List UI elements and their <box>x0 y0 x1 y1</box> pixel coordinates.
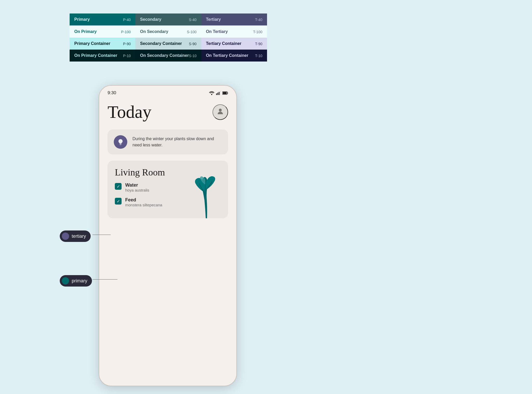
swatch-code: T-40 <box>255 18 262 22</box>
swatch-secondary-40: Secondary S-40 <box>135 13 201 25</box>
svg-point-0 <box>211 94 212 95</box>
swatch-code: P-100 <box>121 30 131 34</box>
lightbulb-icon <box>117 138 124 146</box>
swatch-label: Secondary <box>140 17 161 22</box>
task-action-2: Feed <box>125 197 162 203</box>
tip-card: During the winter your plants slow down … <box>108 130 228 154</box>
checkbox-2[interactable]: ✓ <box>115 198 122 205</box>
primary-dot <box>62 277 69 284</box>
swatch-code: S-100 <box>187 30 196 34</box>
swatch-code: P-10 <box>123 54 131 58</box>
annotation-primary-label: primary <box>72 278 87 284</box>
svg-rect-9 <box>119 144 122 144</box>
annotation-tertiary-label: tertiary <box>72 234 86 239</box>
swatch-on-secondary-container-10: On Secondary Container S-10 <box>135 50 201 62</box>
palette-grid: Primary P-40 Secondary S-40 Tertiary T-4… <box>70 13 267 62</box>
swatch-tertiary-container-90: Tertiary Container T-90 <box>201 38 267 50</box>
phone-mockup: 9:30 <box>99 85 237 386</box>
page-title: Today <box>108 102 151 122</box>
swatch-code: T-10 <box>255 54 262 58</box>
swatch-secondary-container-90: Secondary Container S-90 <box>135 38 201 50</box>
status-icons <box>209 91 228 95</box>
swatch-code: P-90 <box>123 42 131 46</box>
task-plant-1: hoya australis <box>125 188 149 192</box>
task-plant-2: monstera siltepecana <box>125 203 162 207</box>
swatch-on-tertiary-100: On Tertiary T-100 <box>201 25 267 38</box>
swatch-label: On Secondary <box>140 29 168 34</box>
swatch-label: Primary Container <box>74 41 110 46</box>
swatch-code: S-40 <box>189 18 197 22</box>
svg-rect-6 <box>228 92 228 94</box>
swatch-primary-container-90: Primary Container P-90 <box>70 38 135 50</box>
signal-icon <box>216 91 221 95</box>
avatar-button[interactable] <box>212 104 228 120</box>
svg-rect-4 <box>220 91 221 95</box>
task-action-1: Water <box>125 182 149 188</box>
svg-rect-2 <box>217 93 218 95</box>
plant-illustration <box>188 172 224 218</box>
swatch-code: T-100 <box>253 30 262 34</box>
svg-rect-1 <box>216 93 217 95</box>
tip-text: During the winter your plants slow down … <box>132 136 222 148</box>
swatch-code: S-10 <box>189 54 197 58</box>
status-bar: 9:30 <box>99 86 236 96</box>
swatch-on-tertiary-container-10: On Tertiary Container T-10 <box>201 50 267 62</box>
swatch-label: On Secondary Container <box>140 53 189 58</box>
plant-svg <box>188 172 224 218</box>
tertiary-dot <box>62 233 69 240</box>
wifi-icon <box>209 91 215 95</box>
swatch-label: On Primary Container <box>74 53 117 58</box>
phone-frame: 9:30 <box>99 85 237 386</box>
svg-point-8 <box>219 109 222 112</box>
annotation-tertiary-line <box>92 235 111 235</box>
svg-rect-3 <box>219 92 220 95</box>
swatch-on-secondary-100: On Secondary S-100 <box>135 25 201 38</box>
swatch-code: S-90 <box>189 42 197 46</box>
swatch-label: Primary <box>74 17 90 22</box>
phone-content: Today <box>99 96 236 225</box>
swatch-label: On Tertiary Container <box>206 53 248 58</box>
svg-rect-10 <box>120 145 121 145</box>
annotation-primary: primary <box>60 275 92 287</box>
annotation-primary-line <box>92 279 117 280</box>
checkbox-1[interactable]: ✓ <box>115 183 122 190</box>
checkmark-icon: ✓ <box>117 199 120 204</box>
checkmark-icon: ✓ <box>117 184 120 189</box>
annotation-tertiary: tertiary <box>60 230 91 242</box>
swatch-code: P-40 <box>123 18 131 22</box>
swatch-label: Tertiary Container <box>206 41 242 46</box>
swatch-tertiary-40: Tertiary T-40 <box>201 13 267 25</box>
swatch-on-primary-100: On Primary P-100 <box>70 25 135 38</box>
swatch-code: T-90 <box>255 42 262 46</box>
swatch-primary-40: Primary P-40 <box>70 13 135 25</box>
task-text-2: Feed monstera siltepecana <box>125 197 162 207</box>
swatch-label: On Primary <box>74 29 97 34</box>
svg-rect-7 <box>223 92 227 94</box>
swatch-label: Tertiary <box>206 17 221 22</box>
phone-header: Today <box>108 102 228 122</box>
room-card: Living Room ✓ Water hoya australis ✓ <box>108 161 228 218</box>
swatch-label: Secondary Container <box>140 41 182 46</box>
time-display: 9:30 <box>108 90 116 96</box>
user-icon <box>217 107 224 117</box>
tip-icon-wrapper <box>114 135 127 149</box>
task-text-1: Water hoya australis <box>125 182 149 193</box>
battery-icon <box>222 91 228 95</box>
swatch-label: On Tertiary <box>206 29 228 34</box>
swatch-on-primary-container-10: On Primary Container P-10 <box>70 50 135 62</box>
